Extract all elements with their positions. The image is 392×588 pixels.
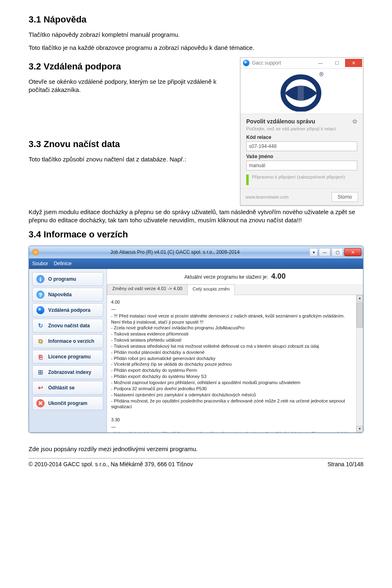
sidebar-item[interactable]: Vzdálená podpora bbox=[32, 303, 103, 317]
changelog-line: - Tisková sestava přehledu událostí bbox=[111, 337, 352, 343]
app-titlebar: Job Abacus Pro (R) v4.01 (C) GACC spol. … bbox=[29, 246, 363, 259]
changelog-line: - Tisková sestava střediskový list má mo… bbox=[111, 343, 352, 349]
changelog-line: ---- bbox=[111, 306, 352, 312]
close-button[interactable]: ✕ bbox=[344, 248, 361, 256]
tv-window-title: Gacc support bbox=[252, 60, 312, 66]
changelog-line: 3.30 bbox=[111, 417, 352, 423]
menu-definitions[interactable]: Definice bbox=[54, 261, 71, 266]
teamviewer-icon bbox=[243, 60, 249, 66]
app-icon bbox=[32, 249, 39, 255]
heading-3-3: 3.3 Znovu načíst data bbox=[29, 139, 233, 150]
latest-version-value: 4.00 bbox=[271, 272, 285, 281]
titlebar-dropdown-icon[interactable]: ▾ bbox=[310, 248, 318, 256]
tv-site-link[interactable]: www.teamviewer.com bbox=[245, 195, 289, 199]
text-3-3-p1: Toto tlačítko způsobí znovu načtení dat … bbox=[29, 155, 233, 163]
changelog-line: - Nastavení oprávnění pro zamykání a ode… bbox=[111, 392, 352, 398]
sidebar-item-label: Znovu načíst data bbox=[48, 323, 90, 329]
changelog-line bbox=[111, 410, 352, 416]
sidebar-icon: ↻ bbox=[36, 322, 45, 330]
footer-copyright: © 2010-2014 GACC spol. s r.o., Na Mlékár… bbox=[29, 461, 193, 467]
ready-indicator-icon bbox=[246, 174, 249, 185]
scroll-up-icon[interactable]: ▲ bbox=[356, 295, 363, 302]
sidebar: iO programu?NápovědaVzdálená podpora↻Zno… bbox=[29, 269, 107, 432]
sidebar-icon: ⎘ bbox=[36, 353, 45, 361]
bottom-note: Zde jsou popsány rozdíly mezi jednotlivý… bbox=[29, 445, 363, 453]
sidebar-icon: ⧉ bbox=[36, 337, 45, 345]
sidebar-item-label: Ukončit program bbox=[48, 400, 87, 406]
sidebar-item-label: Informace o verzích bbox=[48, 338, 94, 344]
changelog-line: - Přidán modul plánování docházky a dovo… bbox=[111, 349, 352, 355]
sidebar-item[interactable]: ⊞Zobrazovat indexy bbox=[32, 365, 103, 379]
sidebar-item-label: Odhlásit se bbox=[48, 385, 75, 391]
sidebar-item-label: Vzdálená podpora bbox=[48, 307, 90, 313]
tv-titlebar: Gacc support — ▢ × bbox=[241, 58, 363, 69]
changelog-box: ▲ ▼ 4.00----- !!! Před instalací nové ve… bbox=[107, 295, 363, 432]
menu-file[interactable]: Soubor bbox=[32, 261, 48, 266]
sidebar-item-label: Zobrazovat indexy bbox=[48, 369, 91, 375]
tabs: Změny od vaší verze 4.01 -> 4.00 Celý so… bbox=[107, 284, 363, 295]
close-button[interactable]: × bbox=[345, 59, 362, 67]
changelog-line: ---- bbox=[111, 424, 352, 430]
minimize-button[interactable]: — bbox=[312, 59, 329, 67]
gear-icon[interactable]: ✿ bbox=[352, 118, 357, 125]
scroll-down-icon[interactable]: ▼ bbox=[356, 426, 363, 432]
sidebar-item-label: O programu bbox=[48, 276, 76, 282]
tab-full-changelog[interactable]: Celý soupis změn bbox=[187, 284, 235, 295]
sidebar-item-label: Nápověda bbox=[48, 292, 71, 297]
scrollbar[interactable]: ▲ ▼ bbox=[356, 295, 363, 432]
main-panel: Aktuální verze programu ke stažení je: 4… bbox=[107, 269, 363, 432]
text-3-1-p2: Toto tlačítko je na každé obrazovce prog… bbox=[29, 44, 363, 52]
changelog-line: - Přidán robot pro automatické generován… bbox=[111, 355, 352, 362]
sidebar-item[interactable]: ↩Odhlásit se bbox=[32, 381, 103, 395]
changelog-line: - Vícekrát přiložený čip se ukládá do do… bbox=[111, 361, 352, 367]
footer-page: Strana 10/148 bbox=[327, 461, 363, 467]
tab-since-your-version[interactable]: Změny od vaší verze 4.01 -> 4.00 bbox=[107, 284, 188, 295]
changelog-line: - Přidán export docházky do systému Perm bbox=[111, 367, 352, 373]
sidebar-item[interactable]: ?Nápověda bbox=[32, 288, 103, 302]
heading-3-4: 3.4 Informace o verzích bbox=[29, 229, 363, 240]
session-code-label: Kód relace bbox=[246, 134, 357, 140]
sidebar-item-label: Licence programu bbox=[48, 354, 91, 360]
sidebar-item[interactable]: ⎘Licence programu bbox=[32, 350, 103, 364]
maximize-button[interactable]: ▢ bbox=[332, 248, 343, 256]
changelog-line: - Zcela nové grafické rozhraní ovládacíh… bbox=[111, 325, 352, 331]
minimize-button[interactable]: — bbox=[319, 248, 330, 256]
menu-bar: Soubor Definice bbox=[29, 259, 363, 269]
text-3-3-p2: Když jsem modulu editace docházky a přep… bbox=[29, 208, 363, 225]
company-logo: ® bbox=[241, 69, 363, 114]
session-code-input[interactable] bbox=[246, 141, 357, 151]
sidebar-icon: i bbox=[36, 275, 45, 283]
svg-text:®: ® bbox=[319, 71, 324, 78]
changelog-line: 4.00 bbox=[111, 299, 352, 305]
sidebar-item[interactable]: ↻Znovu načíst data bbox=[32, 319, 103, 333]
footer-divider bbox=[29, 458, 363, 458]
cancel-button[interactable]: Storno bbox=[332, 192, 358, 202]
tv-wait-text: Počkejte, než se váš partner připojí k r… bbox=[246, 126, 357, 131]
changelog-line: - Přidán export docházky do systému Mone… bbox=[111, 373, 352, 380]
sidebar-item[interactable]: ✕Ukončit program bbox=[32, 396, 103, 410]
remote-support-window: Gacc support — ▢ × ® Povolit vzdálenou s… bbox=[240, 57, 363, 206]
sidebar-icon bbox=[36, 306, 45, 314]
changelog-line: - Podpora 32 snímačů pro dveřní jednotku… bbox=[111, 386, 352, 392]
text-3-1-p1: Tlačítko nápovědy zobrazí kompletní manu… bbox=[29, 31, 363, 39]
maximize-button[interactable]: ▢ bbox=[329, 59, 345, 67]
changelog-line: - Tisková sestava evidence přítomnosti bbox=[111, 331, 352, 337]
your-name-label: Vaše jméno bbox=[246, 154, 357, 159]
sidebar-icon: ⊞ bbox=[36, 368, 45, 376]
sidebar-icon: ? bbox=[36, 291, 45, 299]
sidebar-item[interactable]: ⧉Informace o verzích bbox=[32, 334, 103, 348]
changelog-line: - !!! Před instalací nové verze si prosí… bbox=[111, 313, 352, 325]
heading-3-2: 3.2 Vzdálená podpora bbox=[29, 61, 233, 72]
your-name-input[interactable] bbox=[246, 161, 357, 170]
scroll-thumb[interactable] bbox=[356, 302, 363, 328]
tv-heading: Povolit vzdálenou správu ✿ bbox=[246, 118, 357, 125]
sidebar-icon: ✕ bbox=[36, 399, 45, 407]
changelog-line: - V úpravě docházky se výška řádku nasta… bbox=[111, 431, 352, 432]
sidebar-icon: ↩ bbox=[36, 384, 45, 392]
changelog-line: - Možnost zapnout logování pro přihlášen… bbox=[111, 380, 352, 386]
text-3-2-p: Otevře se okénko vzdálené podpory, který… bbox=[29, 78, 233, 94]
ready-text: Připraveno k připojení (zabezpečené přip… bbox=[252, 174, 345, 179]
app-window: Job Abacus Pro (R) v4.01 (C) GACC spol. … bbox=[29, 246, 363, 433]
sidebar-item[interactable]: iO programu bbox=[32, 272, 103, 286]
app-window-title: Job Abacus Pro (R) v4.01 (C) GACC spol. … bbox=[40, 249, 310, 255]
